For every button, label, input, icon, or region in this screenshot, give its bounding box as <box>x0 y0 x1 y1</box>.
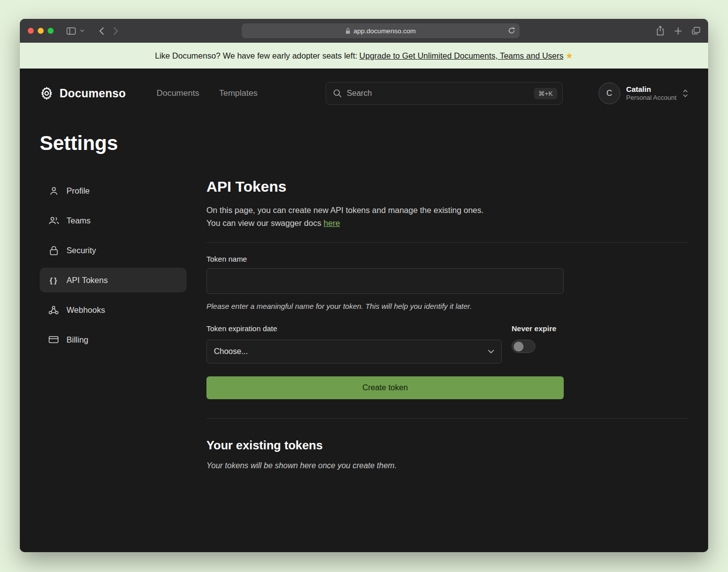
users-icon <box>48 216 59 225</box>
sidebar-menu-chevron-icon[interactable] <box>80 29 84 32</box>
sidebar-item-teams[interactable]: Teams <box>40 208 187 233</box>
star-icon: ★ <box>566 51 573 61</box>
sidebar-item-webhooks[interactable]: Webhooks <box>40 297 187 322</box>
never-expire-label: Never expire <box>512 324 564 333</box>
chevron-down-icon <box>488 350 494 354</box>
account-menu[interactable]: C Catalin Personal Account <box>598 82 688 104</box>
promo-text: Like Documenso? We have few early adopte… <box>155 51 357 61</box>
section-title: API Tokens <box>206 178 688 195</box>
user-icon <box>48 186 59 196</box>
promo-banner: Like Documenso? We have few early adopte… <box>20 43 708 69</box>
app-root: Documenso Documents Templates Search ⌘+K… <box>20 69 708 552</box>
settings-sidebar: Profile Teams <box>40 178 187 470</box>
braces-icon: { } <box>48 276 59 285</box>
account-name: Catalin <box>626 84 676 94</box>
sidebar-item-label: Teams <box>66 216 91 225</box>
sidebar-item-api-tokens[interactable]: { } API Tokens <box>40 268 187 292</box>
search-placeholder: Search <box>347 89 529 98</box>
lock-icon <box>48 246 59 255</box>
documenso-logo-icon <box>40 86 54 100</box>
expiration-selected-value: Choose... <box>214 347 488 356</box>
app-header: Documenso Documents Templates Search ⌘+K… <box>40 69 688 104</box>
nav-documents[interactable]: Documents <box>156 88 199 98</box>
sidebar-item-label: Profile <box>66 186 90 196</box>
api-tokens-panel: API Tokens On this page, you can create … <box>206 178 688 470</box>
forward-button[interactable] <box>113 27 118 35</box>
minimize-window-button[interactable] <box>38 28 44 34</box>
brand-logo[interactable]: Documenso <box>40 86 126 100</box>
close-window-button[interactable] <box>28 28 34 34</box>
url-text: app.documenso.com <box>353 27 415 35</box>
token-name-hint: Please enter a meaningful name for your … <box>206 302 564 310</box>
avatar: C <box>598 82 620 104</box>
reload-icon[interactable] <box>508 27 515 34</box>
address-bar[interactable]: app.documenso.com <box>242 23 520 38</box>
window-controls <box>28 28 54 34</box>
token-name-input[interactable] <box>206 268 564 294</box>
expiration-select[interactable]: Choose... <box>206 340 502 363</box>
search-shortcut: ⌘+K <box>534 88 557 99</box>
expiration-label: Token expiration date <box>206 324 502 333</box>
webhook-icon <box>48 305 59 315</box>
divider <box>206 242 688 243</box>
upgrade-link[interactable]: Upgrade to Get Unlimited Documents, Team… <box>359 51 563 61</box>
never-expire-toggle[interactable] <box>512 340 535 353</box>
chevron-up-down-icon <box>682 89 688 98</box>
token-name-label: Token name <box>206 255 564 263</box>
divider <box>206 418 688 419</box>
sidebar-item-label: Security <box>66 246 96 255</box>
search-input[interactable]: Search ⌘+K <box>326 82 563 105</box>
lock-icon <box>345 28 350 34</box>
existing-tokens-hint: Your tokens will be shown here once you … <box>206 461 688 470</box>
nav-templates[interactable]: Templates <box>219 88 257 98</box>
credit-card-icon <box>48 336 59 344</box>
fullscreen-window-button[interactable] <box>48 28 54 34</box>
back-button[interactable] <box>99 27 104 35</box>
docs-text: You can view our swagger docs <box>206 218 324 227</box>
sidebar-item-billing[interactable]: Billing <box>40 327 187 352</box>
sidebar-item-label: API Tokens <box>66 276 108 285</box>
browser-window: app.documenso.com <box>20 19 708 552</box>
swagger-docs-link[interactable]: here <box>324 218 340 227</box>
existing-tokens-title: Your existing tokens <box>206 438 688 452</box>
page-title: Settings <box>40 132 688 154</box>
sidebar-item-security[interactable]: Security <box>40 238 187 263</box>
sidebar-item-profile[interactable]: Profile <box>40 178 187 203</box>
account-type: Personal Account <box>626 94 676 102</box>
new-tab-icon[interactable] <box>674 27 682 35</box>
create-token-button[interactable]: Create token <box>206 376 564 399</box>
sidebar-toggle-icon[interactable] <box>66 27 76 35</box>
brand-name: Documenso <box>60 87 126 100</box>
primary-nav: Documents Templates <box>156 88 257 98</box>
browser-toolbar: app.documenso.com <box>20 19 708 43</box>
search-icon <box>333 89 342 98</box>
section-description: On this page, you can create new API tok… <box>206 206 484 214</box>
sidebar-item-label: Webhooks <box>66 305 105 315</box>
sidebar-item-label: Billing <box>66 335 88 345</box>
toggle-knob <box>514 342 524 352</box>
share-icon[interactable] <box>656 26 664 36</box>
tab-overview-icon[interactable] <box>692 27 700 35</box>
